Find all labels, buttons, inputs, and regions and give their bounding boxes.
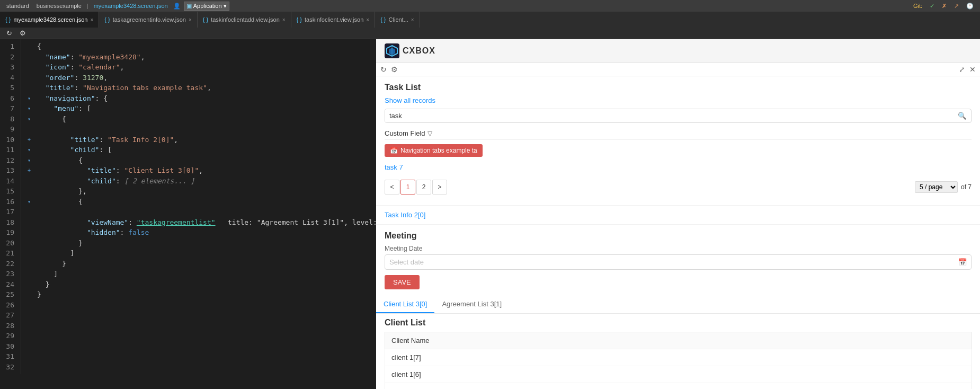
fold-icon[interactable]: ▾ [28,146,37,154]
close-tab-icon[interactable]: × [282,17,286,23]
task-info-link[interactable]: Task Info 2[0] [385,208,425,222]
client-list-title: Client List [385,318,972,328]
prev-page-button[interactable]: < [385,180,399,194]
expand-icon[interactable]: ⤢ [959,65,965,74]
add-icon[interactable]: + [28,136,37,144]
x-icon: ✗ [940,3,949,10]
custom-field-label: Custom Field [385,129,425,137]
json-icon: { } [380,16,386,23]
code-line: ▾ "child": [ [28,145,376,155]
nav-tab-button[interactable]: 📅 Navigation tabs example ta [385,144,483,157]
page-2-button[interactable]: 2 [416,180,431,194]
search-icon: 🔍 [958,112,967,120]
save-button[interactable]: SAVE [385,275,420,289]
task-list-section: Task List Show all records 🔍 Custom Fiel… [376,76,980,206]
code-line: ▾ "menu": [ [28,103,376,114]
show-all-link[interactable]: Show all records [385,96,435,104]
client-name-cell: client 1[6] [385,366,972,383]
reload-icon[interactable]: ↻ [4,29,14,37]
fold-icon[interactable]: ▾ [28,115,37,123]
tab-client[interactable]: { } Client... × [375,12,420,28]
code-line: ▾ "navigation": { [28,93,376,104]
table-row: client 1[6] [385,366,972,383]
json-icon: { } [104,16,110,23]
settings-icon[interactable]: ⚙ [18,29,28,37]
fold-icon[interactable]: ▾ [28,156,37,164]
calendar-icon: 📅 [390,147,398,154]
code-line: }, [28,186,376,197]
tab-myexample[interactable]: { } myexample3428.screen.json × [0,12,99,28]
arrow-icon: ↗ [952,3,961,10]
search-bar: 🔍 [385,109,972,123]
git-icon: Git: [911,3,924,9]
top-bar-standard[interactable]: standard [4,3,31,9]
app-dropdown[interactable]: ▣ Application ▾ [184,2,229,11]
settings-panel-icon[interactable]: ⚙ [391,65,398,74]
top-bar-file[interactable]: myexample3428.screen.json [92,3,170,9]
cxbox-logo: CXBOX [385,43,435,58]
json-icon: { } [297,16,302,23]
close-tab-icon[interactable]: × [366,17,369,23]
client-name-cell: client 1[7] [385,349,972,366]
cxbox-header: CXBOX [376,39,980,63]
search-button[interactable]: 🔍 [954,109,971,122]
code-line: + "title": "Client List 3[0]", [28,165,376,176]
add-icon[interactable]: + [28,166,37,174]
cxbox-logo-icon [385,43,399,58]
task-link[interactable]: task 7 [385,161,972,173]
table-row: client 1[7] [385,349,972,366]
code-line: "child": [ 2 elements... ] [28,176,376,187]
fold-icon[interactable]: ▾ [28,94,37,102]
filter-icon[interactable]: ▽ [427,130,432,137]
meeting-title: Meeting [385,231,972,241]
date-input[interactable]: Select date 📅 [385,254,972,270]
code-line: } [28,289,376,300]
right-panel: CXBOX ↻ ⚙ ⤢ ✕ Task List Show all records… [376,39,980,389]
search-input[interactable] [385,109,954,122]
line-numbers: 12345 678910 1112131415 1617181920 21222… [0,39,21,374]
date-placeholder: Select date [389,258,424,266]
top-bar-businessexample[interactable]: businessexample [34,3,84,9]
close-panel-icon[interactable]: ✕ [969,65,976,74]
code-line: ▾ { [28,155,376,166]
fold-icon[interactable]: ▾ [28,198,37,206]
panel-toolbar: ↻ ⚙ ⤢ ✕ [376,63,980,76]
top-bar: standard businessexample | myexample3428… [0,0,980,12]
client-name-cell: client 1[5] [385,383,972,390]
page-1-button[interactable]: 1 [400,180,415,194]
close-tab-icon[interactable]: × [189,17,192,23]
close-tab-icon[interactable]: × [411,17,414,23]
code-line: "viewName": "taskagreementlist" title: "… [28,217,376,228]
code-line: { [28,41,376,52]
client-list-section: Client List Client Name client 1[7]clien… [376,314,980,389]
fold-icon[interactable] [28,42,37,50]
code-content[interactable]: { "name": "myexample3428", "icon": "cale… [21,39,376,374]
code-line: "name": "myexample3428", [28,52,376,63]
next-page-button[interactable]: > [432,180,447,194]
tab-taskinfoclientadd[interactable]: { } taskinfoclientadd.view.json × [198,12,291,28]
calendar-picker-icon: 📅 [958,258,967,266]
json-icon: { } [203,16,208,23]
tab-taskagreement[interactable]: { } taskagreementinfo.view.json × [99,12,197,28]
code-editor[interactable]: 12345 678910 1112131415 1617181920 21222… [0,39,376,389]
reload-panel-icon[interactable]: ↻ [380,65,387,74]
right-panel-content: Task List Show all records 🔍 Custom Fiel… [376,76,980,389]
code-line: "icon": "calendar", [28,62,376,73]
logo-text: CXBOX [403,46,435,56]
pagination-right: 5 / page 10 / page 20 / page of 7 [915,181,972,193]
code-line: ▾ { [28,197,376,207]
total-pages: of 7 [961,183,972,191]
tab-agreement-list[interactable]: Agreement List 3[1] [434,296,509,313]
tab-client-list[interactable]: Client List 3[0] [376,296,434,313]
per-page-select[interactable]: 5 / page 10 / page 20 / page [915,181,958,193]
chevron-down-icon: ▾ [224,3,227,10]
code-line: + "title": "Task Info 2[0]", [28,135,376,145]
fold-icon[interactable]: ▾ [28,104,37,112]
tab-taskinfoclient[interactable]: { } taskinfoclient.view.json × [291,12,376,28]
close-tab-icon[interactable]: × [90,17,93,23]
table-row: client 1[5] [385,383,972,390]
code-line: ] [28,248,376,259]
meeting-section: Meeting Meeting Date Select date 📅 SAVE [376,225,980,296]
meeting-date-label: Meeting Date [385,245,972,252]
code-line: "hidden": false [28,227,376,238]
